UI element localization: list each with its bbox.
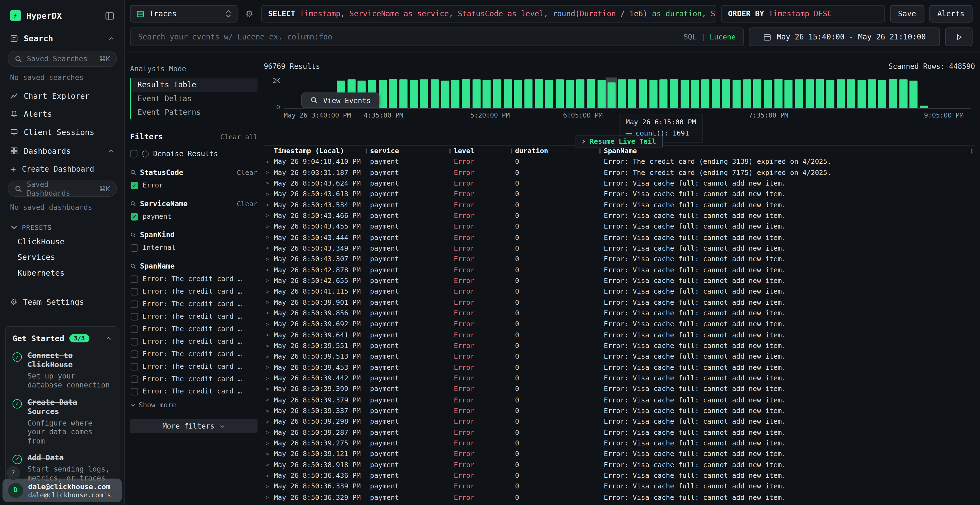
source-select[interactable]: Traces (130, 5, 238, 22)
row-expand-icon[interactable]: > (264, 375, 274, 381)
chart-bar[interactable] (535, 79, 543, 108)
row-expand-icon[interactable]: > (264, 288, 274, 295)
get-started-step[interactable]: ✓ Connect to ClickHouse Set up your data… (13, 351, 112, 390)
checkbox[interactable] (130, 287, 138, 295)
sidebar-item-team-settings[interactable]: ⚙ Team Settings (0, 293, 124, 311)
table-row[interactable]: >May 26 8:50:43.613 PMpaymentError0Error… (264, 189, 975, 199)
chart-bar-slot[interactable] (284, 78, 294, 108)
chart-bar[interactable] (420, 79, 428, 108)
sidebar-item-search[interactable]: Search (0, 29, 124, 48)
checkbox[interactable] (130, 244, 138, 252)
table-row[interactable]: >May 26 8:50:43.534 PMpaymentError0Error… (264, 199, 975, 210)
chart-bar[interactable] (805, 80, 814, 108)
chart-bar-slot[interactable] (544, 78, 554, 108)
chart-bar-slot[interactable] (721, 78, 732, 108)
chart-bar-slot[interactable] (752, 78, 762, 108)
chart-bar[interactable] (837, 79, 845, 108)
row-expand-icon[interactable]: > (264, 256, 274, 262)
chart-bar-slot[interactable] (533, 78, 544, 108)
presets-toggle[interactable]: PRESETS (0, 217, 124, 234)
table-row[interactable]: >May 26 9:03:31.187 PMpaymentError0Error… (264, 167, 975, 178)
filter-option[interactable]: Error: The credit card … (130, 337, 258, 346)
chart-bar-slot[interactable] (388, 78, 398, 108)
table-row[interactable]: >May 26 8:50:43.624 PMpaymentError0Error… (264, 178, 975, 189)
chart-bar[interactable] (889, 79, 897, 108)
table-row[interactable]: >May 26 8:50:39.551 PMpaymentError0Error… (264, 340, 975, 351)
chart-bar-slot[interactable] (888, 78, 898, 108)
chart-bar-slot[interactable] (711, 78, 721, 108)
chart-bar-slot[interactable] (794, 78, 804, 108)
chart-bar-slot[interactable] (606, 78, 617, 108)
chart-bar-slot[interactable] (898, 78, 908, 108)
save-button[interactable]: Save (890, 5, 924, 22)
chart-bar-slot[interactable] (940, 78, 950, 108)
event-search-bar[interactable]: SQL | Lucene (130, 27, 744, 46)
saved-dashboards-input[interactable]: Saved Dashboards ⌘K (8, 181, 117, 197)
table-row[interactable]: >May 26 8:50:42.655 PMpaymentError0Error… (264, 275, 975, 286)
chart-bar-slot[interactable] (617, 78, 627, 108)
chart-bar-slot[interactable] (575, 78, 585, 108)
table-row[interactable]: >May 26 9:04:18.410 PMpaymentError0Error… (264, 156, 975, 167)
chart-bar-slot[interactable] (804, 78, 815, 108)
table-row[interactable]: >May 26 8:50:39.337 PMpaymentError0Error… (264, 405, 975, 416)
user-menu[interactable]: D dale@clickhouse.com dale@clickhouse.co… (2, 478, 122, 502)
row-expand-icon[interactable]: > (264, 494, 274, 501)
chart-bar-slot[interactable] (690, 78, 700, 108)
row-expand-icon[interactable]: > (264, 202, 274, 208)
checkbox[interactable]: ✓ (130, 213, 138, 221)
row-expand-icon[interactable]: > (264, 321, 274, 327)
order-by-editor[interactable]: ORDER BY Timestamp DESC (721, 5, 885, 22)
alerts-button[interactable]: Alerts (929, 5, 972, 22)
chart-bar-slot[interactable] (679, 78, 690, 108)
chart-bar-slot[interactable] (742, 78, 752, 108)
chart-bar[interactable] (701, 79, 710, 108)
sql-select-editor[interactable]: SELECT Timestamp, ServiceName as service… (261, 5, 716, 22)
chart-bar-slot[interactable] (502, 78, 512, 108)
denoise-results-toggle[interactable]: Denoise Results (130, 149, 258, 158)
row-expand-icon[interactable]: > (264, 473, 274, 479)
checkbox[interactable] (130, 350, 138, 358)
chart-bar-slot[interactable] (523, 78, 533, 108)
column-resize-handle[interactable]: ⋮ (446, 148, 454, 154)
checkbox[interactable] (130, 338, 138, 345)
chart-bar-slot[interactable] (565, 78, 575, 108)
chart-bar[interactable] (816, 79, 824, 108)
chart-bar[interactable] (566, 80, 574, 108)
resume-live-tail-button[interactable]: ⚡ Resume Live Tail (575, 135, 663, 148)
chart-bar-slot[interactable] (648, 78, 659, 108)
table-row[interactable]: >May 26 8:50:43.444 PMpaymentError0Error… (264, 232, 975, 243)
create-dashboard-button[interactable]: + Create Dashboard (0, 160, 124, 178)
chart-bar-slot[interactable] (846, 78, 856, 108)
chart-bar-slot[interactable] (398, 78, 409, 108)
chart-bar-slot[interactable] (763, 78, 773, 108)
chart-bar[interactable] (754, 79, 762, 108)
chart-bar[interactable] (639, 79, 647, 108)
chart-bar[interactable] (910, 81, 918, 108)
chart-bar[interactable] (587, 79, 595, 108)
row-expand-icon[interactable]: > (264, 234, 274, 241)
chart-bar[interactable] (868, 79, 876, 108)
checkbox[interactable]: ✓ (130, 181, 138, 189)
chart-bar[interactable] (628, 80, 637, 108)
filter-clear-button[interactable]: Clear (237, 168, 258, 176)
table-row[interactable]: >May 26 8:50:39.442 PMpaymentError0Error… (264, 373, 975, 384)
column-header-spanname[interactable]: SpanName (604, 147, 969, 155)
chart-bar[interactable] (545, 80, 554, 108)
view-events-button[interactable]: View Events (301, 92, 379, 108)
column-header-service[interactable]: service (370, 147, 446, 155)
row-expand-icon[interactable]: > (264, 418, 274, 425)
chart-bar-slot[interactable] (419, 78, 430, 108)
filter-option[interactable]: Error: The credit card … (130, 275, 258, 283)
chart-bar[interactable] (784, 80, 793, 108)
chart-bar-slot[interactable] (669, 78, 679, 108)
row-expand-icon[interactable]: > (264, 353, 274, 360)
analysis-mode-results-table[interactable]: Results Table (131, 78, 258, 92)
table-row[interactable]: >May 26 8:50:39.856 PMpaymentError0Error… (264, 308, 975, 319)
checkbox[interactable] (130, 275, 138, 283)
chart-bar[interactable] (483, 80, 491, 108)
chart-bar-slot[interactable] (450, 78, 461, 108)
chart-bar[interactable] (389, 79, 397, 108)
sidebar-item-dashboards[interactable]: Dashboards (0, 141, 124, 160)
chart-bar[interactable] (431, 80, 439, 108)
filter-option[interactable]: Error: The credit card … (130, 300, 258, 308)
